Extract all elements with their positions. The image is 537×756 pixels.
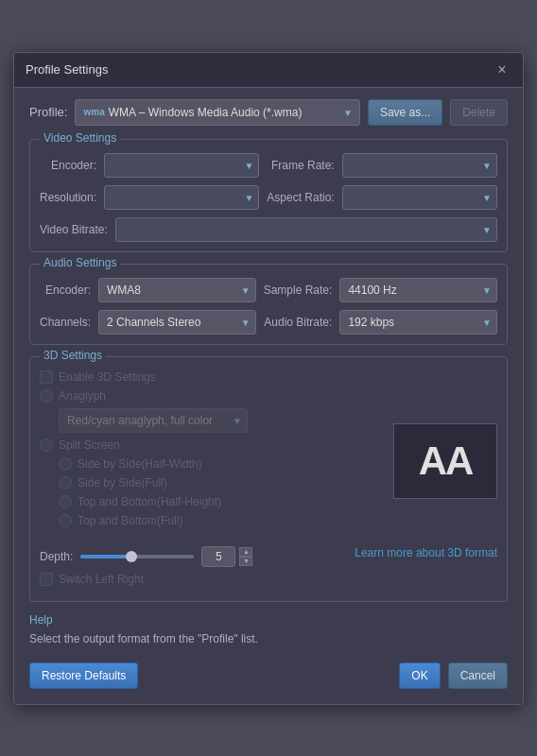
sample-rate-select[interactable]: 44100 Hz 22050 Hz [339, 278, 497, 302]
top-half-row: Top and Bottom(Half-Height) [59, 495, 384, 508]
audio-form-grid: Encoder: WMA8 WMA9 ▼ Sample Rate: 44100 … [40, 278, 497, 335]
audio-encoder-select-wrapper: WMA8 WMA9 ▼ [98, 278, 256, 302]
side-half-radio[interactable] [59, 457, 72, 471]
frame-rate-select[interactable] [342, 153, 497, 178]
split-options: Side by Side(Half-Width) Side by Side(Fu… [59, 457, 384, 527]
profile-select[interactable]: wma WMA – Windows Media Audio (*.wma) ▼ [75, 99, 359, 126]
three-d-settings-content: Enable 3D Settings Anaglyph Red/cyan ana… [40, 357, 497, 586]
audio-settings-content: Encoder: WMA8 WMA9 ▼ Sample Rate: 44100 … [40, 265, 497, 335]
video-bitrate-label: Video Bitrate: [40, 223, 108, 236]
side-full-row: Side by Side(Full) [59, 476, 384, 490]
audio-bitrate-select[interactable]: 192 kbps 128 kbps 96 kbps [339, 310, 497, 335]
learn-more-link[interactable]: Learn more about 3D format [355, 546, 497, 559]
encoder-select-wrapper: ▼ [104, 153, 259, 178]
aspect-ratio-select[interactable] [342, 185, 497, 210]
switch-left-right-checkbox[interactable] [40, 573, 53, 586]
aspect-ratio-label: Aspect Ratio: [267, 191, 334, 204]
side-full-radio[interactable] [59, 476, 72, 490]
video-settings-title: Video Settings [40, 131, 120, 145]
dialog-content: Profile: wma WMA – Windows Media Audio (… [14, 88, 523, 704]
close-button[interactable]: × [493, 60, 511, 79]
cancel-button[interactable]: Cancel [448, 662, 508, 689]
three-d-settings-title: 3D Settings [40, 349, 106, 362]
resolution-select[interactable] [104, 185, 259, 210]
slider-track [80, 555, 194, 558]
audio-settings-section: Audio Settings Encoder: WMA8 WMA9 ▼ Samp… [29, 264, 508, 345]
slider-thumb[interactable] [126, 551, 137, 562]
three-d-settings-section: 3D Settings Enable 3D Settings Anaglyph [29, 356, 508, 602]
channels-select[interactable]: 2 Channels Stereo 1 Channel Mono [98, 310, 256, 335]
switch-left-right-label: Switch Left Right [59, 573, 144, 586]
profile-dropdown-arrow: ▼ [343, 107, 353, 117]
side-half-row: Side by Side(Half-Width) [59, 457, 384, 471]
aa-preview-text: AA [419, 438, 473, 484]
slider-fill [80, 555, 131, 558]
depth-spinner: ▲ ▼ [239, 547, 252, 566]
bottom-bar: Restore Defaults OK Cancel [29, 659, 508, 689]
split-screen-radio[interactable] [40, 438, 53, 452]
depth-row: Depth: ▲ ▼ [40, 546, 139, 567]
help-section: Help Select the output format from the "… [29, 613, 508, 645]
depth-decrement[interactable]: ▼ [239, 557, 252, 566]
encoder-select[interactable] [104, 153, 259, 178]
save-as-button[interactable]: Save as... [368, 99, 442, 126]
profile-dropdown-container: wma WMA – Windows Media Audio (*.wma) ▼ [75, 99, 359, 126]
aspect-ratio-select-wrapper: ▼ [342, 185, 497, 210]
anaglyph-select-wrapper: Red/cyan anaglyph, full color ▼ [59, 408, 248, 433]
sample-rate-select-wrapper: 44100 Hz 22050 Hz ▼ [339, 278, 497, 302]
top-half-radio[interactable] [59, 495, 72, 508]
audio-settings-title: Audio Settings [40, 256, 120, 269]
top-half-label: Top and Bottom(Half-Height) [78, 495, 221, 508]
video-bitrate-select-wrapper: ▼ [115, 217, 497, 242]
resolution-label: Resolution: [40, 191, 96, 204]
three-d-main: Anaglyph Red/cyan anaglyph, full color ▼… [40, 389, 497, 533]
anaglyph-radio[interactable] [40, 389, 53, 403]
frame-rate-label: Frame Rate: [267, 159, 334, 172]
depth-slider[interactable] [80, 549, 194, 564]
depth-input[interactable] [201, 546, 235, 567]
audio-encoder-label: Encoder: [40, 284, 91, 297]
side-full-label: Side by Side(Full) [78, 476, 167, 490]
top-full-row: Top and Bottom(Full) [59, 514, 384, 527]
side-half-label: Side by Side(Half-Width) [78, 457, 201, 471]
sample-rate-label: Sample Rate: [264, 284, 333, 297]
dialog-title: Profile Settings [26, 62, 108, 77]
channels-label: Channels: [40, 316, 91, 329]
ok-button[interactable]: OK [399, 662, 440, 689]
audio-bitrate-label: Audio Bitrate: [264, 316, 333, 329]
title-bar: Profile Settings × [14, 53, 523, 88]
profile-selected-value: WMA – Windows Media Audio (*.wma) [109, 106, 303, 119]
channels-select-wrapper: 2 Channels Stereo 1 Channel Mono ▼ [98, 310, 256, 335]
help-title: Help [29, 613, 508, 627]
split-screen-label: Split Screen [59, 438, 120, 452]
profile-row: Profile: wma WMA – Windows Media Audio (… [29, 99, 508, 126]
video-bitrate-select[interactable] [115, 217, 497, 242]
audio-encoder-select[interactable]: WMA8 WMA9 [98, 278, 256, 302]
enable-3d-checkbox[interactable] [40, 370, 53, 384]
enable-3d-label: Enable 3D Settings [59, 370, 156, 384]
three-d-left: Anaglyph Red/cyan anaglyph, full color ▼… [40, 389, 384, 533]
enable-3d-row: Enable 3D Settings [40, 370, 497, 384]
depth-increment[interactable]: ▲ [239, 547, 252, 557]
video-bitrate-row: Video Bitrate: ▼ [40, 217, 497, 242]
top-full-radio[interactable] [59, 514, 72, 527]
restore-defaults-button[interactable]: Restore Defaults [29, 662, 138, 689]
anaglyph-row: Anaglyph [40, 389, 384, 403]
video-form-grid: Encoder: ▼ Frame Rate: ▼ [40, 153, 497, 210]
depth-switch-row: Depth: ▲ ▼ Learn more [40, 539, 497, 567]
resolution-select-wrapper: ▼ [104, 185, 259, 210]
three-d-preview-container: AA [393, 389, 497, 533]
delete-button[interactable]: Delete [450, 99, 508, 126]
top-full-label: Top and Bottom(Full) [78, 514, 182, 527]
help-text: Select the output format from the "Profi… [29, 632, 508, 645]
video-settings-section: Video Settings Encoder: ▼ Frame Rate: [29, 139, 508, 252]
anaglyph-select[interactable]: Red/cyan anaglyph, full color [59, 408, 248, 433]
profile-settings-dialog: Profile Settings × Profile: wma WMA – Wi… [13, 52, 524, 705]
video-settings-content: Encoder: ▼ Frame Rate: ▼ [40, 140, 497, 242]
depth-label: Depth: [40, 550, 73, 563]
split-screen-row: Split Screen [40, 438, 384, 452]
frame-rate-select-wrapper: ▼ [342, 153, 497, 178]
switch-left-right-row: Switch Left Right [40, 573, 497, 586]
encoder-label: Encoder: [40, 159, 96, 172]
bottom-right-buttons: OK Cancel [399, 662, 508, 689]
